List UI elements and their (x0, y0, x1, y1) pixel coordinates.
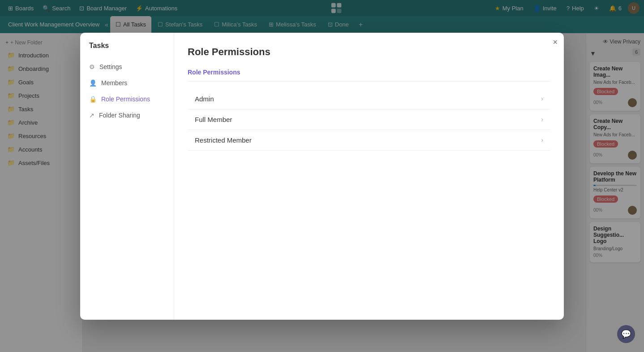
modal: Tasks ⚙ Settings 👤 Members 🔒 Role Permis… (80, 33, 564, 320)
permission-row-restricted-member[interactable]: Restricted Member › (188, 130, 550, 151)
support-chat-bubble[interactable]: 💬 (617, 325, 635, 343)
section-label: Role Permissions (188, 69, 550, 82)
modal-title: Role Permissions (188, 46, 550, 58)
permission-row-admin[interactable]: Admin › (188, 89, 550, 109)
chevron-right-icon: › (541, 116, 543, 123)
modal-menu-role-permissions[interactable]: 🔒 Role Permissions (80, 91, 174, 107)
modal-menu-settings[interactable]: ⚙ Settings (80, 59, 174, 75)
modal-sidebar: Tasks ⚙ Settings 👤 Members 🔒 Role Permis… (80, 33, 174, 320)
chevron-right-icon: › (541, 136, 543, 143)
modal-content: × Role Permissions Role Permissions Admi… (174, 33, 564, 320)
chevron-right-icon: › (541, 95, 543, 102)
modal-sidebar-title: Tasks (80, 42, 174, 59)
lock-icon: 🔒 (89, 96, 97, 103)
modal-overlay[interactable]: Tasks ⚙ Settings 👤 Members 🔒 Role Permis… (0, 0, 644, 352)
permission-label: Full Member (195, 116, 232, 123)
permission-row-full-member[interactable]: Full Member › (188, 109, 550, 130)
permission-label: Admin (195, 95, 214, 103)
modal-menu-folder-sharing[interactable]: ↗ Folder Sharing (80, 107, 174, 123)
modal-menu-members[interactable]: 👤 Members (80, 75, 174, 91)
settings-icon: ⚙ (89, 63, 95, 70)
members-icon: 👤 (89, 79, 97, 87)
share-icon: ↗ (89, 112, 94, 119)
permission-label: Restricted Member (195, 136, 252, 144)
chat-icon: 💬 (621, 329, 631, 339)
modal-close-button[interactable]: × (553, 38, 558, 46)
